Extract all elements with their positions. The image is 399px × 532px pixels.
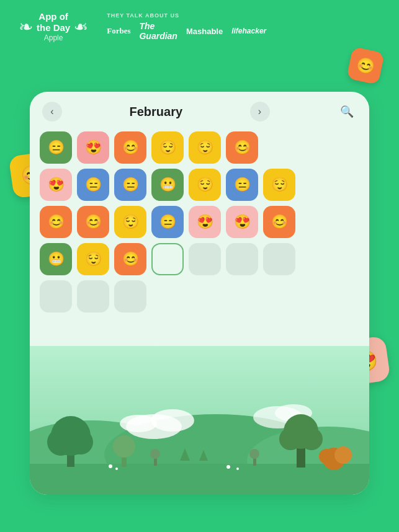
empty-cell[interactable] bbox=[77, 280, 109, 313]
svg-point-6 bbox=[151, 409, 194, 432]
empty-cell[interactable] bbox=[263, 243, 295, 275]
mashable-logo: Mashable bbox=[186, 27, 223, 36]
emoji-grid: 😑 😍 😊 😌 😌 😊 😍 😑 😑 😬 😌 😑 😌 😊 😊 😌 😑 😍 😍 bbox=[30, 128, 369, 319]
press-logos: Forbes TheGuardian Mashable lifehacker bbox=[107, 21, 266, 41]
emoji-row-3: 😊 😊 😌 😑 😍 😍 😊 bbox=[40, 206, 359, 238]
award-sub: Apple bbox=[37, 33, 70, 42]
emoji-cell[interactable]: 😑 bbox=[151, 206, 184, 238]
svg-point-21 bbox=[150, 449, 160, 459]
forbes-logo: Forbes bbox=[107, 26, 130, 36]
emoji-cell[interactable]: 😌 bbox=[77, 243, 109, 275]
empty-cell[interactable] bbox=[40, 280, 72, 313]
emoji-row-5 bbox=[40, 280, 359, 313]
emoji-cell[interactable]: 😊 bbox=[226, 131, 258, 164]
emoji-cell[interactable]: 😊 bbox=[114, 131, 146, 164]
emoji-cell[interactable]: 😍 bbox=[189, 206, 221, 238]
main-card: ‹ February › 🔍 😑 😍 😊 😌 😌 😊 😍 😑 😑 😬 😌 😑 😌 bbox=[30, 92, 369, 495]
month-title: February bbox=[129, 105, 182, 119]
award-badge: ❧ App ofthe Day Apple ❧ bbox=[19, 11, 88, 42]
emoji-cell[interactable]: 😑 bbox=[226, 169, 258, 201]
search-button[interactable]: 🔍 bbox=[337, 102, 357, 122]
svg-point-18 bbox=[279, 428, 302, 450]
emoji-cell[interactable]: 😌 bbox=[263, 169, 295, 201]
svg-point-29 bbox=[226, 465, 230, 469]
svg-point-28 bbox=[115, 468, 118, 470]
press-label: THEY TALK ABOUT US bbox=[107, 12, 179, 19]
svg-point-27 bbox=[109, 464, 112, 468]
emoji-cell[interactable]: 😍 bbox=[226, 206, 258, 238]
calendar-header: ‹ February › 🔍 bbox=[30, 92, 369, 128]
award-title: App ofthe Day bbox=[37, 11, 70, 33]
emoji-cell[interactable]: 😌 bbox=[189, 169, 221, 201]
press-section: THEY TALK ABOUT US Forbes TheGuardian Ma… bbox=[107, 12, 266, 41]
emoji-cell[interactable]: 😊 bbox=[40, 206, 72, 238]
svg-point-15 bbox=[113, 435, 135, 458]
floating-emoji-top: 😊 bbox=[346, 47, 385, 85]
empty-cell[interactable] bbox=[189, 243, 221, 275]
emoji-cell[interactable]: 😊 bbox=[114, 243, 146, 275]
guardian-logo: TheGuardian bbox=[139, 21, 177, 41]
emoji-cell[interactable]: 😍 bbox=[40, 169, 72, 201]
emoji-cell[interactable]: 😊 bbox=[77, 206, 109, 238]
svg-point-7 bbox=[120, 415, 157, 432]
landscape-scene bbox=[30, 346, 369, 495]
emoji-cell[interactable]: 😌 bbox=[151, 131, 184, 164]
emoji-cell[interactable]: 😍 bbox=[77, 131, 109, 164]
prev-month-button[interactable]: ‹ bbox=[42, 102, 62, 122]
svg-point-26 bbox=[319, 449, 334, 464]
emoji-cell[interactable]: 😬 bbox=[40, 243, 72, 275]
empty-cell[interactable] bbox=[114, 280, 146, 313]
emoji-cell[interactable]: 😌 bbox=[189, 131, 221, 164]
emoji-cell[interactable]: 😑 bbox=[40, 131, 72, 164]
svg-rect-4 bbox=[30, 464, 369, 495]
header: ❧ App ofthe Day Apple ❧ THEY TALK ABOUT … bbox=[0, 0, 399, 48]
emoji-cell[interactable]: 😬 bbox=[151, 169, 184, 201]
emoji-cell[interactable]: 😊 bbox=[263, 206, 295, 238]
laurel-left-icon: ❧ bbox=[19, 17, 33, 37]
emoji-row-1: 😑 😍 😊 😌 😌 😊 bbox=[40, 131, 359, 164]
next-month-button[interactable]: › bbox=[250, 102, 270, 122]
emoji-row-4: 😬 😌 😊 bbox=[40, 243, 359, 275]
empty-cell[interactable] bbox=[226, 243, 258, 275]
emoji-cell[interactable]: 😑 bbox=[114, 169, 146, 201]
laurel-right-icon: ❧ bbox=[74, 17, 88, 37]
today-cell[interactable] bbox=[151, 243, 184, 275]
award-text: App ofthe Day Apple bbox=[37, 11, 70, 42]
emoji-cell[interactable]: 😑 bbox=[77, 169, 109, 201]
emoji-cell[interactable]: 😌 bbox=[114, 206, 146, 238]
emoji-row-2: 😍 😑 😑 😬 😌 😑 😌 bbox=[40, 169, 359, 201]
svg-point-23 bbox=[249, 449, 259, 459]
svg-point-13 bbox=[68, 430, 93, 454]
svg-point-30 bbox=[236, 468, 239, 470]
svg-point-25 bbox=[334, 446, 352, 464]
lifehacker-logo: lifehacker bbox=[231, 27, 266, 35]
svg-point-19 bbox=[300, 428, 323, 450]
